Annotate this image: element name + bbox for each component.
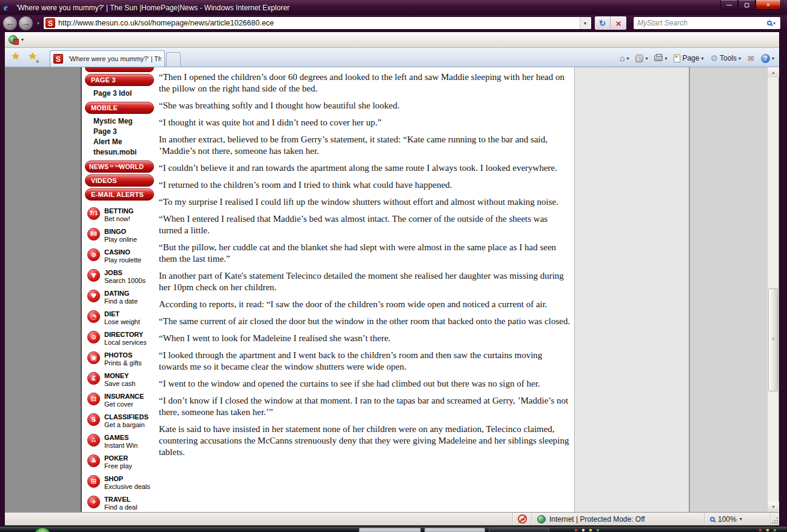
sidebar-service-jobs[interactable]: ▼JOBSSearch 1000s bbox=[85, 267, 154, 287]
taskbar-button[interactable] bbox=[424, 528, 485, 532]
sidebar-pill-page-3[interactable]: PAGE 3 bbox=[85, 74, 154, 86]
sidebar-link-alert-me[interactable]: Alert Me bbox=[85, 136, 154, 147]
scroll-up-button[interactable]: ▲ bbox=[768, 67, 779, 78]
zoom-section[interactable]: 100% ▾ bbox=[705, 513, 771, 525]
service-text: CLASSIFIEDSGet a bargain bbox=[104, 413, 154, 429]
sidebar-service-casino[interactable]: ⊛CASINOPlay roulette bbox=[85, 246, 154, 267]
search-box[interactable]: ▾ bbox=[633, 16, 781, 30]
article-paragraph: “I don’t know if I closed the window at … bbox=[159, 395, 571, 418]
sidebar-link-mystic-meg[interactable]: Mystic Meg bbox=[85, 116, 154, 126]
tray-icon[interactable] bbox=[597, 529, 599, 531]
sidebar-pill-mobile[interactable]: MOBILE bbox=[85, 102, 154, 114]
service-subtitle: Exclusive deals bbox=[104, 483, 154, 491]
address-dropdown-icon[interactable]: ▾ bbox=[580, 17, 590, 29]
sidebar-pill-videos[interactable]: VIDEOS bbox=[85, 175, 154, 187]
sidebar-service-directory[interactable]: ⊙DIRECTORYLocal services bbox=[85, 328, 154, 349]
new-tab-stub[interactable] bbox=[166, 52, 181, 67]
sidebar-service-bingo[interactable]: 88BINGOPlay online bbox=[85, 225, 154, 246]
search-input[interactable] bbox=[637, 19, 767, 27]
service-text: DIETLose weight bbox=[104, 310, 154, 326]
privacy-section[interactable] bbox=[513, 513, 532, 525]
sidebar-service-photos[interactable]: ▣PHOTOSPrints & gifts bbox=[85, 349, 154, 370]
maximize-button[interactable]: ▢ bbox=[738, 0, 755, 10]
feeds-button[interactable]: ▾ bbox=[633, 53, 650, 64]
sidebar-pill-partial[interactable] bbox=[85, 67, 154, 72]
start-orb-icon[interactable] bbox=[34, 527, 51, 532]
sidebar-service-diet[interactable]: ◔DIETLose weight bbox=[85, 308, 154, 328]
sidebar-link-page-3[interactable]: Page 3 bbox=[85, 126, 154, 136]
sidebar-service-poker[interactable]: ♣POKERFree play bbox=[85, 452, 154, 473]
page-background-right-inner bbox=[575, 67, 689, 512]
sidebar-link-thesun-mobi[interactable]: thesun.mobi bbox=[85, 147, 154, 157]
tools-menu-button[interactable]: ⚙ Tools ▾ bbox=[708, 52, 743, 64]
sidebar-service-dating[interactable]: ♥DATINGFind a date bbox=[85, 287, 154, 308]
article-paragraph: “I went to the window and opened the cur… bbox=[159, 378, 571, 390]
sidebar-link-page-3-idol[interactable]: Page 3 Idol bbox=[85, 88, 154, 98]
bingo-icon: 88 bbox=[87, 228, 100, 241]
sidebar-service-travel[interactable]: ✈TRAVELFind a deal bbox=[85, 493, 154, 514]
service-title: BINGO bbox=[104, 228, 154, 236]
article-paragraph: In another part of Kate's statement Tele… bbox=[159, 270, 571, 293]
close-button[interactable]: × bbox=[755, 0, 781, 10]
money-icon: £ bbox=[87, 372, 100, 385]
tab-active[interactable]: S 'Where were you mummy?' | The Sun |Hom… bbox=[50, 50, 165, 67]
page-menu-button[interactable]: Page ▾ bbox=[671, 53, 706, 64]
status-message-area bbox=[5, 513, 513, 525]
service-subtitle: Find a date bbox=[104, 298, 154, 305]
addon-caret-icon[interactable]: ▾ bbox=[21, 37, 24, 42]
print-button[interactable]: ▾ bbox=[652, 54, 669, 62]
recent-pages-caret-icon[interactable]: ▾ bbox=[37, 21, 39, 26]
help-button[interactable]: ? ▾ bbox=[759, 53, 777, 64]
home-button[interactable]: ⌂ ▾ bbox=[617, 52, 631, 64]
sidebar-service-money[interactable]: £MONEYSave cash bbox=[85, 370, 154, 390]
service-subtitle: Instant Win bbox=[104, 442, 154, 450]
article-paragraph: In another extract, believed to be from … bbox=[159, 134, 571, 157]
vertical-scrollbar[interactable]: ▲ ≡ ▼ bbox=[767, 67, 779, 512]
service-text: GAMESInstant Win bbox=[104, 434, 154, 450]
taskbar-button-active[interactable] bbox=[489, 528, 549, 532]
search-icon[interactable] bbox=[767, 21, 772, 25]
sidebar-service-insurance[interactable]: ⊟INSURANCEGet cover bbox=[85, 390, 154, 411]
address-url[interactable]: http://www.thesun.co.uk/sol/homepage/new… bbox=[58, 19, 580, 27]
taskbar-button[interactable] bbox=[359, 528, 421, 532]
sidebar-service-betting[interactable]: 7/1BETTINGBet now! bbox=[85, 205, 154, 225]
back-button[interactable]: ← bbox=[2, 16, 18, 31]
taskbar bbox=[0, 526, 787, 532]
address-field[interactable]: S http://www.thesun.co.uk/sol/homepage/n… bbox=[43, 16, 592, 30]
article-paragraph: “But the pillow, her cuddle cat and the … bbox=[159, 242, 571, 265]
mail-button[interactable]: ✉ bbox=[745, 53, 757, 64]
tray-icon[interactable] bbox=[582, 529, 584, 531]
tray-icon[interactable] bbox=[575, 529, 577, 531]
zoom-caret-icon[interactable]: ▾ bbox=[740, 516, 742, 522]
tray-icon[interactable] bbox=[766, 529, 769, 531]
favorites-center-button[interactable]: ★ bbox=[8, 50, 23, 65]
tray-icon[interactable] bbox=[774, 529, 776, 531]
article-body: “Then I opened the children’s door 60 de… bbox=[156, 67, 574, 512]
resize-grip[interactable] bbox=[771, 513, 779, 525]
tray-icon[interactable] bbox=[589, 529, 592, 531]
sidebar-pill-e-mail-alerts[interactable]: E-MAIL ALERTS bbox=[85, 188, 154, 201]
add-favorite-button[interactable]: ★ + bbox=[25, 50, 40, 65]
sidebar-service-shop[interactable]: ⊞SHOPExclusive deals bbox=[85, 473, 154, 493]
sidebar-pill-news-of-the-world[interactable]: NEWSOF THEWORLD bbox=[85, 161, 154, 173]
refresh-button[interactable]: ↻ bbox=[595, 16, 611, 30]
stop-button[interactable]: × bbox=[611, 16, 626, 30]
tab-favicon-icon: S bbox=[53, 54, 63, 64]
photos-icon: ▣ bbox=[87, 351, 100, 364]
games-icon: ∴ bbox=[87, 434, 100, 447]
dating-icon: ♥ bbox=[87, 290, 100, 302]
sidebar-service-classifieds[interactable]: SCLASSIFIEDSGet a bargain bbox=[85, 411, 154, 431]
home-icon: ⌂ bbox=[620, 53, 625, 63]
scrollbar-thumb[interactable]: ≡ bbox=[768, 288, 778, 391]
scroll-down-button[interactable]: ▼ bbox=[768, 502, 779, 512]
home-caret-icon: ▾ bbox=[626, 56, 629, 61]
minimize-button[interactable]: — bbox=[720, 0, 738, 10]
service-title: BETTING bbox=[104, 207, 154, 215]
search-options-caret-icon[interactable]: ▾ bbox=[773, 21, 775, 26]
sidebar-service-games[interactable]: ∴GAMESInstant Win bbox=[85, 431, 154, 452]
tray-icon[interactable] bbox=[759, 529, 762, 531]
directory-icon: ⊙ bbox=[87, 331, 100, 344]
addon-globe-icon[interactable] bbox=[8, 35, 18, 44]
feeds-caret-icon: ▾ bbox=[645, 56, 648, 61]
forward-button[interactable]: → bbox=[18, 16, 33, 31]
